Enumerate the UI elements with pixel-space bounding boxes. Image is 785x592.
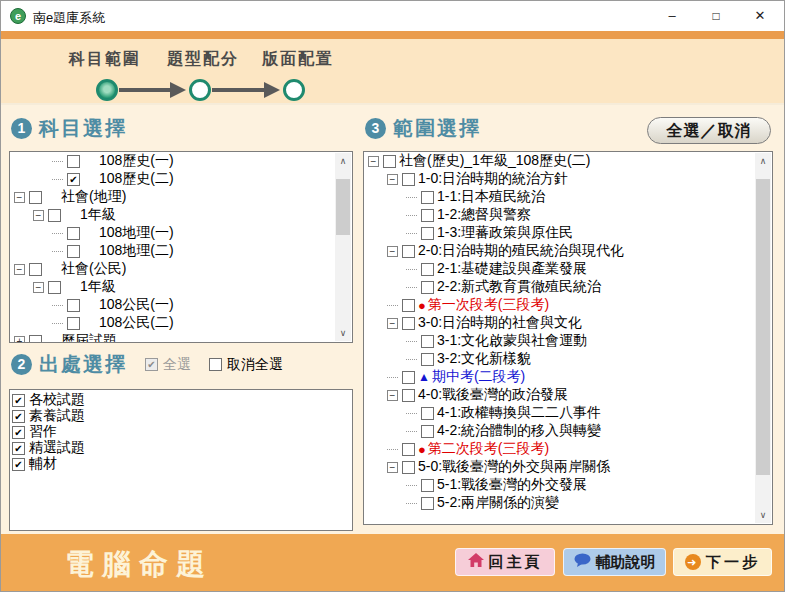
deselect-all-checkbox[interactable] [209,358,222,371]
tree-row[interactable]: −2-0:日治時期的殖民統治與現代化 [364,242,772,260]
maximize-button[interactable]: □ [696,1,736,31]
tree-item-checkbox[interactable] [421,227,434,240]
tree-row[interactable]: ●第一次段考(三段考) [364,296,772,314]
tree-row[interactable]: ✔108歷史(二) [10,170,352,188]
tree-item-checkbox[interactable] [421,425,434,438]
tree-row[interactable]: −3-0:日治時期的社會與文化 [364,314,772,332]
tree-item-checkbox[interactable] [421,263,434,276]
select-all-checkbox[interactable]: ✔ [145,358,158,371]
tree-row[interactable]: 1-2:總督與警察 [364,206,772,224]
tree-row[interactable]: ●第二次段考(三段考) [364,440,772,458]
tree-item-checkbox[interactable] [421,407,434,420]
tree-row[interactable]: 3-1:文化啟蒙與社會運動 [364,332,772,350]
tree-item-checkbox[interactable] [67,317,80,330]
collapse-box-icon[interactable]: − [14,192,25,203]
deselect-all-checkbox-group[interactable]: 取消全選 [209,356,283,374]
collapse-box-icon[interactable]: − [33,210,44,221]
source-item-checkbox[interactable]: ✔ [12,410,25,423]
tree-item-checkbox[interactable] [29,335,42,344]
tree-item-checkbox[interactable] [29,191,42,204]
collapse-box-icon[interactable]: − [387,318,398,329]
tree-item-checkbox[interactable] [402,299,415,312]
tree-item-checkbox[interactable] [421,209,434,222]
tree-item-checkbox[interactable] [67,227,80,240]
step-circle-3[interactable] [283,79,305,101]
close-button[interactable]: ✕ [740,1,780,31]
source-list-item[interactable]: ✔精選試題 [12,440,352,456]
source-item-checkbox[interactable]: ✔ [12,394,25,407]
tree-row[interactable]: 4-1:政權轉換與二二八事件 [364,404,772,422]
tree-row[interactable]: +歷屆試題 [10,332,352,343]
source-list-item[interactable]: ✔素養試題 [12,408,352,424]
tree-item-checkbox[interactable]: ✔ [67,173,80,186]
source-list-item[interactable]: ✔輔材 [12,456,352,472]
scroll-down-icon[interactable]: ∨ [755,507,771,523]
tree-item-checkbox[interactable] [48,281,61,294]
tree-item-checkbox[interactable] [421,497,434,510]
source-list-item[interactable]: ✔習作 [12,424,352,440]
source-item-checkbox[interactable]: ✔ [12,426,25,439]
tree-row[interactable]: 3-2:文化新樣貌 [364,350,772,368]
tree-item-checkbox[interactable] [402,245,415,258]
tree-item-checkbox[interactable] [421,335,434,348]
source-list-item[interactable]: ✔各校試題 [12,392,352,408]
scroll-up-icon[interactable]: ∧ [755,153,771,169]
tree-row[interactable]: 108公民(二) [10,314,352,332]
tree-item-checkbox[interactable] [402,371,415,384]
scrollbar-thumb[interactable] [756,179,770,475]
collapse-box-icon[interactable]: − [387,462,398,473]
tree-row[interactable]: −1-0:日治時期的統治方針 [364,170,772,188]
tree-item-checkbox[interactable] [29,263,42,276]
tree-row[interactable]: 2-2:新式教育貫徹殖民統治 [364,278,772,296]
tree-item-checkbox[interactable] [421,479,434,492]
tree-row[interactable]: 1-1:日本殖民統治 [364,188,772,206]
tree-row[interactable]: −5-0:戰後臺灣的外交與兩岸關係 [364,458,772,476]
tree-row[interactable]: 108地理(一) [10,224,352,242]
home-button[interactable]: 回主頁 [455,548,555,576]
tree-row[interactable]: −1年級 [10,278,352,296]
tree-item-checkbox[interactable] [67,245,80,258]
vertical-scrollbar[interactable]: ∧ ∨ [755,153,771,523]
select-all-checkbox-group[interactable]: ✔ 全選 [145,356,191,374]
tree-item-checkbox[interactable] [421,281,434,294]
tree-row[interactable]: 5-1:戰後臺灣的外交發展 [364,476,772,494]
collapse-box-icon[interactable]: − [14,264,25,275]
tree-row[interactable]: 108歷史(一) [10,152,352,170]
tree-row[interactable]: −社會(地理) [10,188,352,206]
tree-row[interactable]: 4-2:統治體制的移入與轉變 [364,422,772,440]
tree-row[interactable]: 2-1:基礎建設與產業發展 [364,260,772,278]
tree-item-checkbox[interactable] [67,299,80,312]
next-step-button[interactable]: ➜ 下一步 [673,548,772,576]
tree-item-checkbox[interactable] [402,317,415,330]
step-circle-2[interactable] [189,79,211,101]
tree-row[interactable]: −社會(公民) [10,260,352,278]
collapse-box-icon[interactable]: − [368,156,379,167]
scroll-down-icon[interactable]: ∨ [335,325,351,341]
select-toggle-button[interactable]: 全選／取消 [647,117,771,144]
tree-item-checkbox[interactable] [421,191,434,204]
tree-row[interactable]: ▲期中考(二段考) [364,368,772,386]
tree-row[interactable]: 5-2:兩岸關係的演變 [364,494,772,512]
tree-row[interactable]: −4-0:戰後臺灣的政治發展 [364,386,772,404]
tree-item-checkbox[interactable] [48,209,61,222]
collapse-box-icon[interactable]: − [387,246,398,257]
tree-row[interactable]: 1-3:理蕃政策與原住民 [364,224,772,242]
tree-item-checkbox[interactable] [402,389,415,402]
tree-row[interactable]: −社會(歷史)_1年級_108歷史(二) [364,152,772,170]
help-button[interactable]: 輔助說明 [563,548,666,576]
tree-item-checkbox[interactable] [421,353,434,366]
expand-box-icon[interactable]: + [14,336,25,344]
tree-item-checkbox[interactable] [402,461,415,474]
source-item-checkbox[interactable]: ✔ [12,442,25,455]
scrollbar-thumb[interactable] [336,179,350,235]
tree-item-checkbox[interactable] [67,155,80,168]
step-circle-1-active[interactable] [96,79,118,101]
tree-row[interactable]: −1年級 [10,206,352,224]
collapse-box-icon[interactable]: − [33,282,44,293]
tree-row[interactable]: 108地理(二) [10,242,352,260]
minimize-button[interactable]: – [652,1,692,31]
tree-item-checkbox[interactable] [402,173,415,186]
collapse-box-icon[interactable]: − [387,390,398,401]
tree-item-checkbox[interactable] [383,155,396,168]
tree-row[interactable]: 108公民(一) [10,296,352,314]
